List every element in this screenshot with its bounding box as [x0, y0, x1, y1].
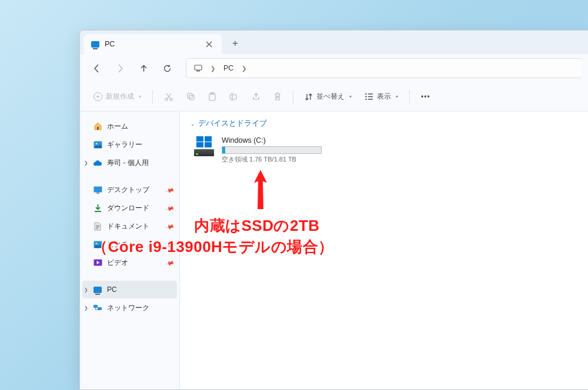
- cloud-icon: [93, 158, 102, 167]
- sidebar-item-onedrive[interactable]: ❯ 寿司 - 個人用: [82, 154, 177, 172]
- delete-button[interactable]: [268, 86, 287, 107]
- drive-usage-bar: [222, 146, 322, 154]
- drive-usage-fill: [222, 147, 225, 153]
- svg-point-16: [95, 243, 97, 244]
- sidebar-item-label: PC: [107, 285, 117, 294]
- drive-info: Windows (C:) 空き領域 1.76 TB/1.81 TB: [222, 136, 353, 164]
- refresh-button[interactable]: [156, 58, 178, 78]
- explorer-body: ホーム ギャラリー ❯ 寿司 - 個人用 デスクトップ: [80, 112, 588, 389]
- drive-windows-c[interactable]: Windows (C:) 空き領域 1.76 TB/1.81 TB: [191, 135, 355, 166]
- separator: [409, 90, 410, 103]
- sidebar-item-label: ホーム: [107, 122, 128, 132]
- svg-rect-14: [95, 211, 101, 212]
- sort-button[interactable]: 並べ替え▾: [299, 86, 357, 107]
- plus-circle-icon: +: [93, 92, 102, 101]
- svg-rect-13: [96, 193, 99, 194]
- ellipsis-icon: •••: [421, 93, 430, 101]
- svg-rect-18: [93, 305, 98, 308]
- network-icon: [93, 303, 102, 312]
- pin-icon: 📌: [165, 221, 175, 231]
- sidebar-item-label: ダウンロード: [107, 203, 149, 213]
- tab-bar: PC +: [80, 31, 588, 54]
- navigation-bar: ❯ PC ❯: [80, 54, 588, 82]
- tab-title: PC: [105, 40, 115, 48]
- svg-point-2: [165, 98, 168, 100]
- svg-rect-12: [93, 186, 102, 192]
- svg-rect-5: [189, 95, 194, 100]
- content-pane: ⌄ デバイスとドライブ Windows (C:) 空き領域 1.76 TB/1.…: [180, 112, 588, 389]
- new-button[interactable]: + 新規作成▾: [88, 86, 146, 107]
- sidebar-item-label: ビデオ: [107, 258, 128, 268]
- sidebar-item-pc[interactable]: ❯ PC: [82, 281, 177, 298]
- pin-icon: 📌: [165, 203, 175, 213]
- sidebar-item-label: ドキュメント: [107, 221, 149, 231]
- drive-free-space: 空き領域 1.76 TB/1.81 TB: [222, 155, 353, 164]
- svg-rect-1: [196, 70, 200, 72]
- up-button[interactable]: [133, 58, 154, 78]
- view-button[interactable]: 表示▾: [359, 86, 403, 107]
- gallery-icon: [93, 140, 102, 149]
- cut-button[interactable]: [159, 86, 179, 107]
- sidebar-item-videos[interactable]: ビデオ 📌: [82, 254, 177, 271]
- rename-button[interactable]: [224, 86, 244, 107]
- breadcrumb-pc[interactable]: PC: [219, 60, 238, 76]
- sidebar-item-pictures[interactable]: ピクチャ 📌: [82, 236, 177, 253]
- paste-button[interactable]: [203, 86, 222, 107]
- sidebar-item-label: ピクチャ: [107, 240, 135, 250]
- new-tab-button[interactable]: +: [225, 34, 245, 53]
- video-icon: [93, 258, 102, 267]
- chevron-right-icon: ❯: [84, 287, 88, 292]
- svg-rect-8: [230, 95, 236, 99]
- home-icon: [93, 122, 102, 131]
- monitor-icon: [93, 285, 102, 294]
- pin-icon: 📌: [165, 185, 175, 194]
- pin-icon: 📌: [165, 240, 175, 249]
- svg-rect-9: [97, 127, 99, 130]
- chevron-right-icon: ❯: [84, 305, 88, 311]
- separator: [152, 90, 153, 103]
- chevron-right-icon: ❯: [209, 65, 217, 72]
- svg-rect-4: [188, 93, 192, 98]
- share-button[interactable]: [246, 86, 266, 107]
- document-icon: [93, 221, 102, 231]
- address-bar[interactable]: ❯ PC ❯: [186, 58, 582, 78]
- navigation-pane: ホーム ギャラリー ❯ 寿司 - 個人用 デスクトップ: [80, 112, 180, 389]
- chevron-right-icon: ❯: [240, 65, 248, 72]
- sidebar-item-downloads[interactable]: ダウンロード 📌: [82, 199, 177, 217]
- chevron-down-icon: ⌄: [191, 121, 195, 127]
- pictures-icon: [93, 240, 102, 249]
- svg-point-3: [170, 98, 172, 100]
- tab-pc[interactable]: PC: [83, 34, 222, 54]
- group-header-devices[interactable]: ⌄ デバイスとドライブ: [191, 119, 577, 129]
- sidebar-item-label: ギャラリー: [107, 140, 142, 150]
- pin-icon: 📌: [165, 258, 175, 267]
- back-button[interactable]: [86, 58, 107, 78]
- drive-icon: [192, 136, 216, 156]
- svg-point-11: [95, 143, 97, 144]
- svg-rect-0: [195, 65, 202, 70]
- file-explorer-window: PC + ❯ PC ❯ +: [79, 30, 588, 390]
- sidebar-item-label: 寿司 - 個人用: [107, 158, 149, 168]
- sidebar-item-label: デスクトップ: [107, 185, 149, 195]
- sidebar-item-gallery[interactable]: ギャラリー: [82, 136, 177, 153]
- monitor-icon: [91, 39, 100, 49]
- desktop-icon: [93, 185, 102, 194]
- drive-name: Windows (C:): [222, 136, 353, 144]
- breadcrumb-root[interactable]: [190, 60, 206, 76]
- sidebar-item-desktop[interactable]: デスクトップ 📌: [82, 181, 177, 199]
- sidebar-item-label: ネットワーク: [107, 303, 149, 313]
- download-icon: [93, 203, 102, 213]
- separator: [293, 90, 293, 103]
- sidebar-item-network[interactable]: ❯ ネットワーク: [82, 299, 177, 317]
- more-button[interactable]: •••: [416, 86, 436, 107]
- copy-button[interactable]: [181, 86, 201, 107]
- sidebar-item-home[interactable]: ホーム: [82, 117, 177, 135]
- forward-button[interactable]: [109, 58, 131, 78]
- sidebar-item-documents[interactable]: ドキュメント 📌: [82, 217, 177, 235]
- tab-close-button[interactable]: [202, 37, 216, 51]
- chevron-right-icon: ❯: [84, 160, 88, 166]
- command-bar: + 新規作成▾ 並べ替え▾ 表示▾: [80, 82, 588, 112]
